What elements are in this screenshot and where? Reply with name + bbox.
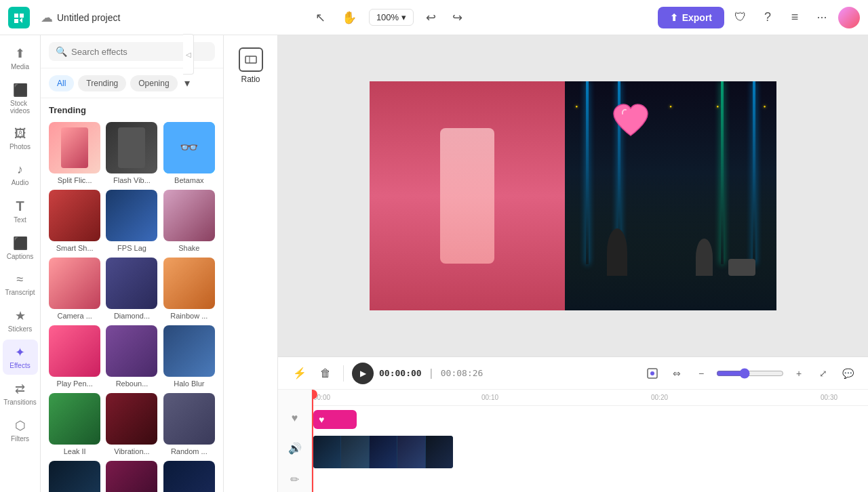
more-options-button[interactable]: ··· bbox=[811, 7, 833, 28]
zoom-slider[interactable] bbox=[716, 368, 784, 379]
cursor-tool-button[interactable]: ↖ bbox=[311, 7, 330, 28]
sidebar-item-text[interactable]: T Text bbox=[3, 193, 38, 229]
sidebar-item-transcript[interactable]: ≈ Transcript bbox=[3, 267, 38, 302]
effect-label: Play Pen... bbox=[49, 380, 100, 388]
list-item[interactable]: Vibration... bbox=[106, 393, 157, 455]
list-item[interactable]: Shake bbox=[163, 190, 215, 252]
user-avatar[interactable] bbox=[838, 7, 860, 28]
fit-timeline-button[interactable]: ⤢ bbox=[814, 364, 833, 383]
export-button[interactable]: ⬆ Export bbox=[658, 7, 724, 28]
sidebar-item-label-photos: Photos bbox=[9, 143, 31, 150]
play-button[interactable]: ▶ bbox=[352, 363, 374, 384]
topbar-center: ↖ ✋ 100% ▾ ↩ ↪ bbox=[125, 7, 652, 28]
audio-icon: ♪ bbox=[17, 163, 23, 177]
ruler-mark-1: 00:10 bbox=[481, 394, 498, 401]
filters-icon: ⬡ bbox=[15, 418, 26, 433]
video-frame bbox=[370, 436, 397, 468]
list-item[interactable]: Reboun... bbox=[106, 325, 157, 388]
split-at-playhead-button[interactable]: ⇔ bbox=[667, 364, 686, 383]
sidebar-item-stickers[interactable]: ★ Stickers bbox=[3, 303, 38, 338]
list-item[interactable]: Flash Vib... bbox=[106, 122, 157, 184]
sidebar-item-label-stock: Stockvideos bbox=[10, 100, 30, 115]
split-tool-button[interactable]: ⚡ bbox=[289, 363, 311, 384]
sidebar-item-label-effects: Effects bbox=[9, 362, 30, 369]
tab-more-button[interactable]: ▾ bbox=[182, 74, 193, 92]
ruler-mark-2: 00:20 bbox=[651, 394, 668, 401]
list-item[interactable]: 👓 Betamax bbox=[163, 122, 215, 184]
list-item[interactable]: Random ... bbox=[163, 393, 215, 455]
sidebar-item-effects[interactable]: ✦ Effects bbox=[3, 340, 38, 375]
sidebar-item-label-stickers: Stickers bbox=[8, 325, 33, 333]
zoom-out-button[interactable]: − bbox=[692, 364, 711, 383]
list-item[interactable]: Edge Glow bbox=[49, 461, 100, 492]
effect-label: FPS Lag bbox=[106, 244, 157, 252]
tab-trending[interactable]: Trending bbox=[78, 75, 126, 91]
sidebar-item-audio[interactable]: ♪ Audio bbox=[3, 157, 38, 192]
heart-sticker[interactable] bbox=[610, 102, 651, 146]
comment-button[interactable]: 💬 bbox=[838, 364, 857, 383]
volume-icon[interactable]: 🔊 bbox=[288, 442, 302, 455]
project-title[interactable]: Untitled project bbox=[57, 12, 120, 23]
sidebar-item-photos[interactable]: 🖼 Photos bbox=[3, 121, 38, 156]
timeline-ruler: 00:00 00:10 00:20 00:30 bbox=[312, 390, 868, 406]
zoom-button[interactable]: 100% ▾ bbox=[369, 9, 414, 26]
list-item[interactable]: Split Flic... bbox=[49, 122, 100, 184]
list-item[interactable]: Rainbow ... bbox=[163, 258, 215, 320]
sidebar-item-stock-videos[interactable]: ⬛ Stockvideos bbox=[3, 77, 38, 120]
list-item[interactable]: Camera ... bbox=[49, 258, 100, 320]
sidebar-item-label-audio: Audio bbox=[12, 179, 29, 186]
sticker-clip[interactable]: ♥ bbox=[313, 410, 357, 429]
effect-label: Reboun... bbox=[106, 380, 157, 388]
topbar-right: ⬆ Export 🛡 ? ≡ ··· bbox=[658, 7, 860, 28]
effect-label: Leak II bbox=[49, 447, 100, 455]
video-clip[interactable] bbox=[313, 436, 453, 468]
sticker-track: ♥ bbox=[312, 406, 868, 433]
list-item[interactable]: Smart Sh... bbox=[49, 190, 100, 252]
sidebar-item-transitions[interactable]: ⇄ Transitions bbox=[3, 376, 38, 411]
shield-icon-button[interactable]: 🛡 bbox=[730, 7, 751, 28]
help-button[interactable]: ? bbox=[757, 7, 778, 28]
pencil-icon[interactable]: ✏ bbox=[290, 473, 299, 486]
share-button[interactable]: ≡ bbox=[784, 7, 806, 28]
hand-tool-button[interactable]: ✋ bbox=[338, 7, 361, 28]
current-time: 00:00:00 bbox=[379, 368, 422, 378]
sidebar-item-media[interactable]: ⬆ Media bbox=[3, 41, 38, 76]
sidebar-item-label-transcript: Transcript bbox=[5, 289, 35, 296]
effect-label: Random ... bbox=[163, 447, 215, 455]
effect-thumbnail bbox=[49, 393, 100, 445]
playhead[interactable] bbox=[312, 390, 313, 492]
effect-label: Flash Vib... bbox=[106, 176, 157, 184]
effect-label: Camera ... bbox=[49, 312, 100, 320]
effect-label: Diamond... bbox=[106, 312, 157, 320]
play-icon: ▶ bbox=[360, 369, 366, 378]
video-frame bbox=[397, 436, 425, 468]
video-frame bbox=[341, 436, 368, 468]
effect-thumbnail bbox=[163, 393, 215, 445]
redo-button[interactable]: ↪ bbox=[448, 7, 467, 28]
panel-collapse-handle[interactable]: ◁ bbox=[183, 35, 194, 75]
ratio-button[interactable]: Ratio bbox=[233, 42, 269, 89]
effect-thumbnail bbox=[163, 190, 215, 241]
list-item[interactable]: Strobe bbox=[163, 461, 215, 492]
effect-thumbnail bbox=[49, 461, 100, 492]
delete-button[interactable]: 🗑 bbox=[316, 363, 335, 384]
list-item[interactable]: Leak II bbox=[49, 393, 100, 455]
list-item[interactable]: Halo Blur bbox=[163, 325, 215, 388]
sidebar-item-captions[interactable]: ⬛ Captions bbox=[3, 230, 38, 266]
canvas-area: ● ● ● ● ● bbox=[278, 35, 868, 492]
list-item[interactable]: Play Pen... bbox=[49, 325, 100, 388]
zoom-in-button[interactable]: + bbox=[789, 364, 808, 383]
effect-label: Vibration... bbox=[106, 447, 157, 455]
list-item[interactable]: Diamond... bbox=[106, 258, 157, 320]
marker-button[interactable] bbox=[643, 364, 662, 383]
tab-all[interactable]: All bbox=[49, 75, 74, 91]
tab-opening[interactable]: Opening bbox=[130, 75, 177, 91]
search-icon: 🔍 bbox=[56, 46, 67, 57]
timeline: ⚡ 🗑 ▶ 00:00:00 | 00:08:26 ⇔ − + ⤢ bbox=[278, 356, 868, 492]
list-item[interactable]: Black Fla... bbox=[106, 461, 157, 492]
effects-icon: ✦ bbox=[15, 345, 25, 360]
effects-panel: 🔍 All Trending Opening ▾ Trending Split … bbox=[41, 35, 224, 492]
undo-button[interactable]: ↩ bbox=[422, 7, 440, 28]
list-item[interactable]: FPS Lag bbox=[106, 190, 157, 252]
sidebar-item-filters[interactable]: ⬡ Filters bbox=[3, 413, 38, 448]
